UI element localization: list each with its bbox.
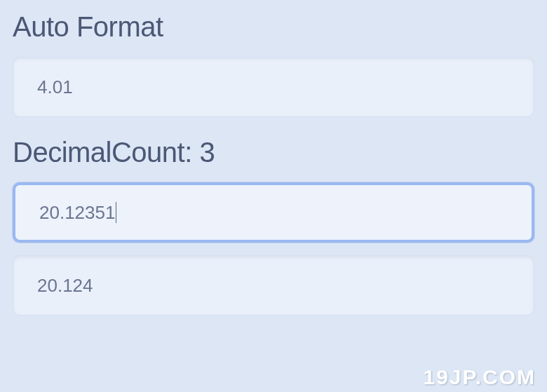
auto-format-value: 4.01	[37, 76, 73, 98]
decimal-count-input[interactable]: 20.12351	[13, 182, 534, 243]
auto-format-section: Auto Format 4.01	[13, 11, 534, 117]
decimal-count-section: DecimalCount: 3 20.12351 20.124	[13, 137, 534, 316]
decimal-count-output[interactable]: 20.124	[13, 255, 534, 316]
decimal-count-heading: DecimalCount: 3	[13, 137, 534, 168]
decimal-count-output-value: 20.124	[37, 275, 93, 297]
text-caret	[116, 202, 116, 223]
decimal-count-input-value: 20.12351	[39, 202, 115, 224]
auto-format-field[interactable]: 4.01	[13, 57, 534, 117]
auto-format-heading: Auto Format	[13, 11, 534, 43]
watermark: 19JP.COM	[423, 365, 536, 389]
